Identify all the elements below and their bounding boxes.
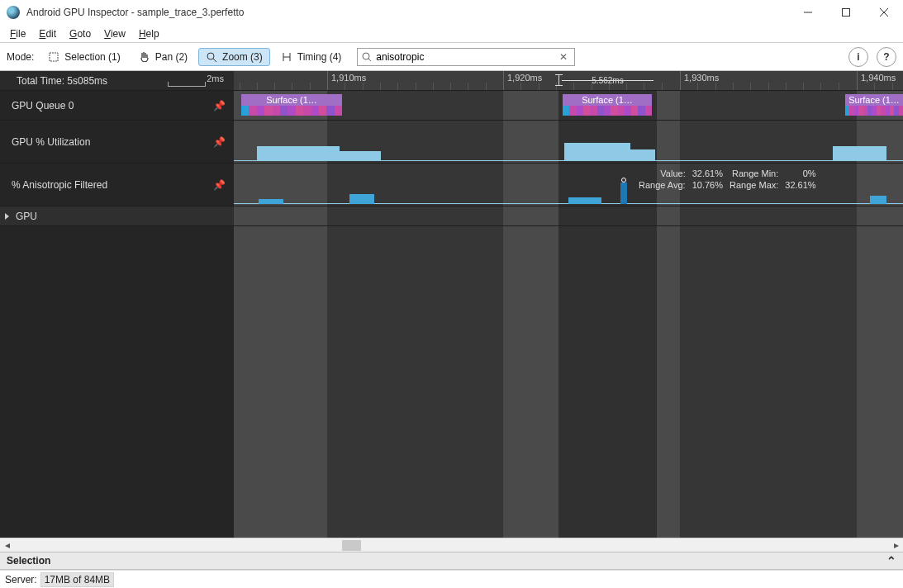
track-area-group[interactable] bbox=[234, 206, 903, 225]
search-box[interactable]: ✕ bbox=[357, 48, 575, 66]
ruler-scale-label: 2ms bbox=[207, 74, 224, 83]
search-input[interactable] bbox=[373, 51, 556, 63]
pin-icon[interactable]: 📌 bbox=[213, 136, 226, 148]
ruler-row: Total Time: 5s085ms 2ms 1,910ms1,920ms1,… bbox=[0, 71, 903, 91]
scroll-right-icon[interactable]: ▸ bbox=[889, 538, 903, 552]
server-memory: 17MB of 84MB bbox=[40, 572, 114, 587]
chevron-up-icon[interactable]: ⌃ bbox=[886, 554, 896, 567]
caret-right-icon bbox=[5, 213, 9, 220]
selection-panel-header[interactable]: Selection ⌃ bbox=[0, 552, 903, 570]
track-area-utilization[interactable] bbox=[234, 121, 903, 163]
selection-icon bbox=[48, 51, 59, 63]
track-gpu-utilization: GPU % Utilization 📌 bbox=[0, 121, 903, 164]
menu-help[interactable]: Help bbox=[134, 26, 164, 41]
timeline-empty-area[interactable] bbox=[0, 226, 903, 538]
selection-bracket: 5.562ms bbox=[558, 74, 657, 86]
info-button[interactable]: i bbox=[848, 47, 868, 67]
help-button[interactable]: ? bbox=[877, 47, 896, 67]
svg-point-10 bbox=[363, 53, 369, 59]
svg-rect-1 bbox=[843, 9, 850, 17]
surface-slice[interactable]: Surface (1… bbox=[563, 94, 652, 116]
svg-line-6 bbox=[213, 59, 216, 62]
surface-slice[interactable]: Surface (1… bbox=[845, 94, 903, 116]
menu-edit[interactable]: Edit bbox=[34, 26, 61, 41]
total-time-label: Total Time: 5s085ms bbox=[12, 75, 107, 87]
status-bar: Server: 17MB of 84MB bbox=[0, 570, 903, 588]
app-icon bbox=[7, 6, 20, 19]
timeline-panel: Total Time: 5s085ms 2ms 1,910ms1,920ms1,… bbox=[0, 71, 903, 538]
minimize-button[interactable] bbox=[789, 0, 827, 25]
track-area-queue[interactable]: Surface (1…Surface (1…Surface (1… bbox=[234, 91, 903, 120]
track-anisotropic: % Anisotropic Filtered 📌 Value:32.61%Ran… bbox=[0, 164, 903, 206]
track-gpu-queue: GPU Queue 0 📌 Surface (1…Surface (1…Surf… bbox=[0, 91, 903, 121]
ruler-scale-bracket bbox=[168, 82, 206, 87]
timing-icon bbox=[281, 51, 292, 63]
track-area-anisotropic[interactable]: Value:32.61%Range Min:0%Range Avg:10.76%… bbox=[234, 164, 903, 206]
window-title: Android GPU Inspector - sample_trace_3.p… bbox=[26, 7, 244, 18]
track-group-gpu[interactable]: GPU bbox=[0, 206, 903, 226]
mode-pan[interactable]: Pan (2) bbox=[131, 48, 195, 66]
scrollbar-thumb[interactable] bbox=[342, 540, 361, 551]
pin-icon[interactable]: 📌 bbox=[213, 100, 226, 111]
mode-label: Mode: bbox=[7, 51, 34, 63]
track-label: GPU bbox=[16, 211, 37, 222]
maximize-button[interactable] bbox=[827, 0, 865, 25]
server-label: Server: bbox=[5, 574, 37, 586]
mode-timing[interactable]: Timing (4) bbox=[273, 48, 349, 66]
svg-rect-4 bbox=[50, 53, 58, 61]
search-icon bbox=[361, 51, 373, 63]
ruler[interactable]: 1,910ms1,920ms1,930ms1,940ms 5.562ms bbox=[234, 71, 903, 90]
surface-slice[interactable]: Surface (1… bbox=[241, 94, 342, 116]
mode-selection[interactable]: Selection (1) bbox=[40, 48, 127, 66]
menu-view[interactable]: View bbox=[99, 26, 131, 41]
menu-bar: File Edit Goto View Help bbox=[0, 25, 903, 43]
track-label: GPU Queue 0 bbox=[12, 100, 74, 111]
pin-icon[interactable]: 📌 bbox=[213, 179, 226, 191]
svg-line-11 bbox=[368, 59, 371, 61]
zoom-icon bbox=[206, 51, 217, 63]
title-bar: Android GPU Inspector - sample_trace_3.p… bbox=[0, 0, 903, 25]
selection-title: Selection bbox=[7, 555, 50, 567]
clear-search-icon[interactable]: ✕ bbox=[556, 51, 571, 63]
menu-goto[interactable]: Goto bbox=[64, 26, 96, 41]
scroll-left-icon[interactable]: ◂ bbox=[0, 538, 14, 552]
close-button[interactable] bbox=[865, 0, 903, 25]
horizontal-scrollbar[interactable]: ◂ ▸ bbox=[0, 538, 903, 552]
pan-icon bbox=[139, 51, 150, 63]
track-label: % Anisotropic Filtered bbox=[12, 179, 107, 191]
mode-zoom[interactable]: Zoom (3) bbox=[198, 48, 270, 66]
track-label: GPU % Utilization bbox=[12, 136, 90, 148]
svg-point-5 bbox=[207, 53, 214, 59]
hover-stats: Value:32.61%Range Min:0%Range Avg:10.76%… bbox=[639, 168, 816, 190]
menu-file[interactable]: File bbox=[5, 26, 31, 41]
toolbar: Mode: Selection (1) Pan (2) Zoom (3) Tim… bbox=[0, 43, 903, 71]
